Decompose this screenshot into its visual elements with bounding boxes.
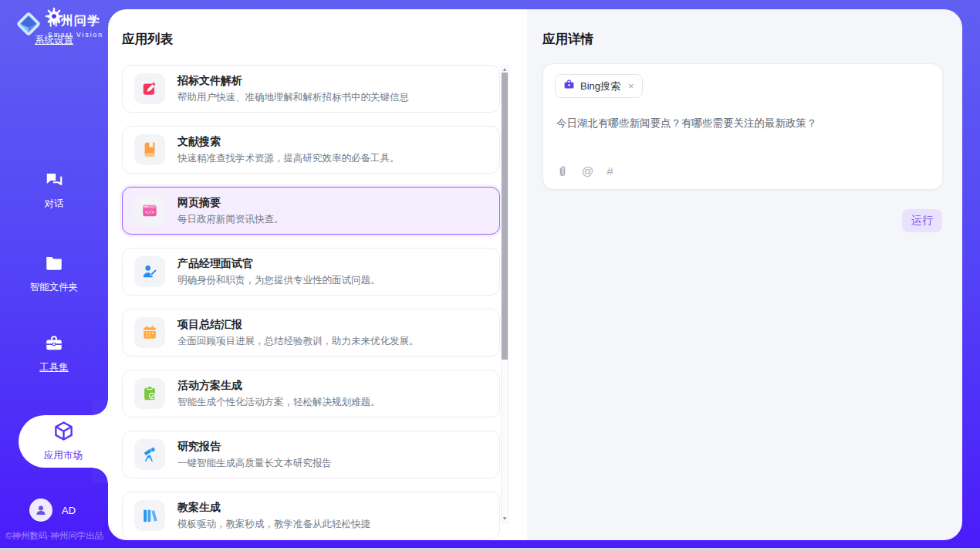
app-card[interactable]: </> 网页摘要 每日政府新闻资讯快查。 [122, 187, 500, 235]
app-card-title: 文献搜索 [177, 135, 400, 149]
sidebar-item-label: 对话 [45, 198, 64, 211]
scroll-down-icon[interactable]: ▼ [502, 515, 508, 522]
at-sign-icon[interactable]: @ [582, 164, 593, 177]
app-detail-title: 应用详情 [542, 31, 593, 48]
sidebar-item-cube[interactable]: 应用市场 [19, 415, 108, 468]
app-card-description: 一键智能生成高质量长文本研究报告 [177, 457, 332, 470]
browser-code-icon: </> [134, 195, 165, 226]
app-card[interactable]: 产品经理面试官 明确身份和职责，为您提供专业性的面试问题。 [122, 248, 500, 296]
app-card[interactable]: 文献搜索 快速精准查找学术资源，提高研究效率的必备工具。 [122, 126, 500, 174]
sidebar-item-label: 应用市场 [44, 449, 83, 462]
report-calendar-icon [134, 317, 165, 348]
app-card-title: 产品经理面试官 [177, 257, 380, 271]
sidebar-nav: 对话 智能文件夹 工具集 应用市场 系统设置 [0, 0, 108, 551]
person-icon [34, 503, 48, 517]
edit-doc-icon [134, 73, 165, 104]
run-button[interactable]: 运行 [902, 209, 942, 232]
sidebar-item-label: 系统设置 [35, 34, 73, 47]
app-card-title: 招标文件解析 [177, 74, 409, 88]
tool-chip-label: Bing搜索 [580, 79, 620, 93]
sidebar-item-gear[interactable]: 系统设置 [0, 0, 108, 52]
app-card-description: 模板驱动，教案秒成，教学准备从此轻松快捷 [177, 518, 370, 531]
scrollbar-thumb[interactable] [502, 73, 508, 360]
avatar[interactable] [29, 499, 52, 522]
folder-icon [44, 253, 64, 276]
app-card-description: 每日政府新闻资讯快查。 [177, 213, 284, 226]
sidebar-item-label: 工具集 [39, 361, 69, 374]
composer-toolbar: @ # [556, 164, 613, 177]
app-card[interactable]: 教案生成 模板驱动，教案秒成，教学准备从此轻松快捷 [122, 492, 500, 539]
hash-icon[interactable]: # [607, 164, 613, 177]
sidebar: 神州问学 Smart Vision 对话 智能文件夹 工具集 应用市场 [0, 0, 108, 551]
app-list-panel: 应用列表 招标文件解析 帮助用户快速、准确地理解和解析招标书中的关键信息 文献搜… [108, 9, 527, 540]
gear-icon [44, 6, 64, 29]
prompt-input[interactable]: 今日湖北有哪些新闻要点？有哪些需要关注的最新政策？ [556, 116, 927, 131]
app-detail-panel: 应用详情 Bing搜索 × 今日湖北有哪些新闻要点？有哪些需要关注的最新政策？ … [527, 9, 962, 540]
app-card-description: 智能生成个性化活动方案，轻松解决规划难题。 [177, 396, 380, 409]
svg-text:</>: </> [145, 209, 154, 215]
close-icon[interactable]: × [628, 80, 634, 92]
user-name: AD [62, 505, 76, 516]
books-icon [134, 500, 165, 531]
app-card-description: 帮助用户快速、准确地理解和解析招标书中的关键信息 [177, 91, 409, 104]
app-card-list: 招标文件解析 帮助用户快速、准确地理解和解析招标书中的关键信息 文献搜索 快速精… [122, 65, 500, 540]
sidebar-item-label: 智能文件夹 [30, 281, 79, 294]
composer-card: Bing搜索 × 今日湖北有哪些新闻要点？有哪些需要关注的最新政策？ @ # [542, 63, 943, 190]
toolbox-icon [44, 333, 64, 357]
telescope-icon [134, 439, 165, 470]
app-card[interactable]: 活动方案生成 智能生成个性化活动方案，轻松解决规划难题。 [122, 370, 500, 417]
chat-icon [44, 170, 64, 193]
cube-icon [53, 421, 74, 445]
sidebar-item-toolbox[interactable]: 工具集 [0, 327, 108, 380]
app-card-title: 研究报告 [177, 440, 332, 454]
app-card-description: 快速精准查找学术资源，提高研究效率的必备工具。 [177, 152, 400, 165]
briefcase-icon [563, 79, 575, 93]
paperclip-icon[interactable] [556, 165, 569, 177]
user-row[interactable]: AD [29, 499, 76, 522]
app-card-title: 活动方案生成 [177, 379, 380, 393]
tool-chip-bing-search[interactable]: Bing搜索 × [555, 74, 643, 98]
sidebar-item-folder[interactable]: 智能文件夹 [0, 247, 108, 299]
app-card[interactable]: 项目总结汇报 全面回顾项目进展，总结经验教训，助力未来优化发展。 [122, 309, 500, 357]
app-card-title: 教案生成 [177, 501, 370, 515]
window-bottom-edge [0, 548, 980, 551]
sidebar-item-chat[interactable]: 对话 [0, 164, 108, 216]
app-card-title: 项目总结汇报 [177, 318, 419, 332]
app-card[interactable]: 研究报告 一键智能生成高质量长文本研究报告 [122, 431, 500, 478]
copyright-text: ©神州数码·神州问学出品 [5, 530, 103, 542]
interview-icon [134, 256, 165, 287]
clipboard-check-icon [134, 378, 165, 409]
app-card[interactable]: 招标文件解析 帮助用户快速、准确地理解和解析招标书中的关键信息 [122, 65, 500, 113]
list-scrollbar[interactable]: ▲ ▼ [501, 65, 509, 523]
app-card-description: 全面回顾项目进展，总结经验教训，助力未来优化发展。 [177, 335, 419, 348]
app-card-title: 网页摘要 [177, 196, 284, 210]
book-icon [134, 134, 165, 165]
app-card-description: 明确身份和职责，为您提供专业性的面试问题。 [177, 274, 380, 287]
app-list-title: 应用列表 [122, 31, 173, 48]
